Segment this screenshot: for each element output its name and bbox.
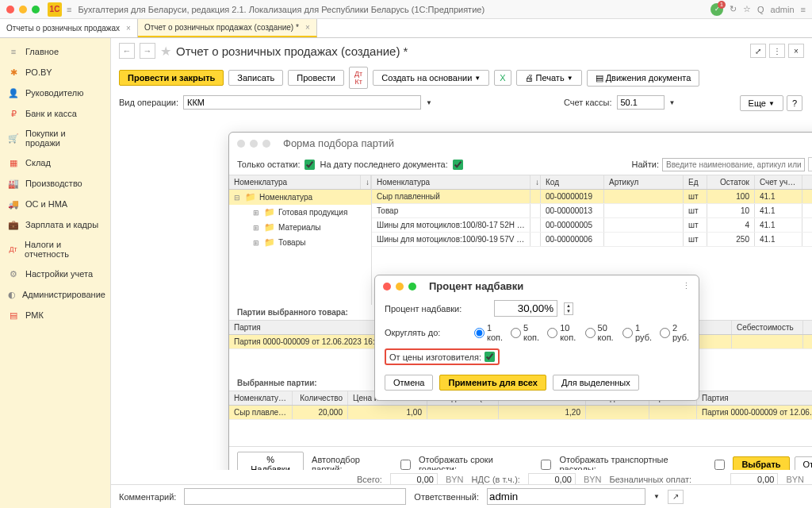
vid-operacii-input[interactable] (183, 95, 421, 110)
cancel-button[interactable]: Отмена (385, 375, 433, 391)
eshe-button[interactable]: Еще▼ (740, 95, 783, 111)
search-input[interactable] (662, 158, 805, 171)
grid-row[interactable]: Сыр плавленный00-00000019шт10041.1 (372, 190, 812, 204)
collapse-icon[interactable]: ⊟ (234, 194, 242, 202)
round-option[interactable]: 1 коп. (474, 323, 503, 342)
sidebar-item-rmk[interactable]: ▤РМК (0, 305, 110, 325)
notifications-icon[interactable]: ✓ (710, 3, 723, 16)
apply-all-button[interactable]: Применить для всех (439, 375, 546, 391)
sidebar-item-os[interactable]: 🚚ОС и НМА (0, 194, 110, 214)
tree-item[interactable]: ⊞📁Товары (229, 235, 371, 250)
round-radio[interactable] (585, 328, 596, 338)
tree-root[interactable]: ⊟📁Номенклатура (229, 190, 371, 205)
apply-selected-button[interactable]: Для выделенных (553, 375, 639, 391)
modal-min-icon[interactable] (396, 283, 404, 291)
sidebar-item-poby[interactable]: ✱PO.BY (0, 62, 110, 83)
sidebar-item-settings[interactable]: ⚙Настройки учета (0, 264, 110, 284)
percent-stepper[interactable]: ▲▼ (564, 302, 573, 315)
close-tab-icon[interactable]: × (305, 23, 310, 32)
kommentarii-input[interactable] (184, 488, 406, 505)
only-ostatki-checkbox[interactable] (304, 160, 315, 170)
nav-back-button[interactable]: ← (119, 43, 135, 59)
col-header-ost[interactable]: Остаток (707, 175, 755, 189)
sort-icon[interactable]: ↓ (530, 175, 541, 189)
chevron-down-icon[interactable]: ▼ (669, 99, 676, 106)
provesti-button[interactable]: Провести (288, 70, 344, 86)
round-option[interactable]: 2 руб. (660, 323, 689, 342)
col-header-price[interactable]: Цена (803, 321, 812, 334)
sidebar-item-sales[interactable]: 🛒Покупки и продажи (0, 124, 110, 152)
round-option[interactable]: 10 коп. (547, 323, 576, 342)
excel-button[interactable]: X (494, 70, 511, 86)
chevron-down-icon[interactable]: ▼ (653, 493, 660, 500)
link-icon[interactable]: ⤢ (750, 44, 766, 58)
col-header-art[interactable]: Артикул (604, 175, 684, 189)
user-label[interactable]: admin (771, 5, 795, 14)
grid-row[interactable]: Товар00-00000013шт1041.1 (372, 204, 812, 218)
sidebar-item-salary[interactable]: 💼Зарплата и кадры (0, 214, 110, 235)
col-header[interactable]: Количество (293, 391, 348, 405)
grid-row[interactable]: Шины для мотоциклов:100/80-17 52H ROADRI… (372, 218, 812, 233)
round-radio[interactable] (547, 328, 557, 338)
modal-close-icon[interactable] (237, 140, 245, 148)
modal-min-icon[interactable] (250, 140, 258, 148)
hamburger-icon[interactable]: ≡ (67, 5, 71, 14)
round-radio[interactable] (660, 328, 670, 338)
minimize-window-icon[interactable] (19, 6, 27, 13)
col-header-sch[interactable]: Счет учета (755, 175, 802, 189)
col-header-seb[interactable]: Себестоимость (732, 321, 803, 334)
round-option[interactable]: 50 коп. (585, 323, 615, 342)
nav-forward-button[interactable]: → (140, 43, 155, 59)
tab-report-create[interactable]: Отчет о розничных продажах (создание) * … (138, 19, 317, 37)
percent-input[interactable] (494, 300, 557, 317)
pechat-button[interactable]: 🖨Печать▼ (516, 70, 582, 86)
help-button[interactable]: ? (787, 95, 802, 111)
sroki-checkbox[interactable] (541, 460, 551, 470)
autopodbor-checkbox[interactable] (400, 460, 411, 470)
col-header-nom[interactable]: Номенклатура (372, 175, 530, 189)
round-option[interactable]: 5 коп. (511, 323, 539, 342)
otvetstvennyi-input[interactable] (487, 488, 645, 505)
modal-max-icon[interactable] (408, 283, 416, 291)
sidebar-item-taxes[interactable]: ДтНалоги и отчетность (0, 235, 110, 264)
round-radio[interactable] (474, 328, 485, 338)
search-icon[interactable]: Q (757, 5, 764, 14)
sidebar-item-admin[interactable]: ◐Администрирование (0, 284, 110, 305)
sidebar-item-production[interactable]: 🏭Производство (0, 173, 110, 194)
provesti-zakryt-button[interactable]: Провести и закрыть (119, 70, 224, 86)
more-icon[interactable]: ⋮ (769, 44, 785, 58)
sidebar-item-manager[interactable]: 👤Руководителю (0, 83, 110, 103)
round-option[interactable]: 1 руб. (622, 323, 652, 342)
favorite-star-icon[interactable]: ★ (160, 44, 171, 59)
dt-kt-button[interactable]: ДтКт (349, 67, 368, 89)
col-header[interactable]: Номенклатура (229, 391, 293, 405)
step-down-icon[interactable]: ▼ (565, 309, 573, 314)
expand-icon[interactable]: ⊞ (253, 209, 261, 217)
sidebar-item-main[interactable]: ≡Главное (0, 41, 110, 62)
history-icon[interactable]: ↻ (730, 4, 737, 14)
expand-icon[interactable]: ⊞ (253, 224, 261, 232)
sidebar-item-bank[interactable]: ₽Банк и касса (0, 103, 110, 124)
col-header-ed[interactable]: Ед (684, 175, 707, 189)
tree-item[interactable]: ⊞📁Готовая продукция (229, 205, 371, 220)
open-ref-icon[interactable]: ↗ (668, 490, 684, 504)
close-doc-icon[interactable]: × (788, 44, 804, 58)
clear-search-icon[interactable]: × (808, 157, 812, 171)
na-datu-checkbox[interactable] (453, 160, 463, 170)
selected-row[interactable]: Сыр плавленн... 20,000 1,00 1,20 Партия … (229, 406, 812, 420)
transport-checkbox[interactable] (714, 460, 725, 470)
sozdat-button[interactable]: Создать на основании▼ (373, 70, 489, 86)
tree-item[interactable]: ⊞📁Материалы (229, 220, 371, 235)
round-radio[interactable] (511, 328, 521, 338)
col-header[interactable]: Партия (697, 391, 812, 405)
maximize-window-icon[interactable] (32, 6, 40, 13)
dvizh-button[interactable]: ▤ Движения документа (587, 70, 700, 87)
sidebar-item-warehouse[interactable]: ▦Склад (0, 152, 110, 173)
window-controls[interactable] (6, 6, 40, 13)
chevron-down-icon[interactable]: ▼ (426, 99, 432, 106)
sort-icon[interactable]: ↓ (361, 175, 371, 189)
modal-close-icon[interactable] (383, 283, 391, 291)
grid-row[interactable]: Шины для мотоциклов:100/90-19 57V COBRA … (372, 233, 812, 247)
col-header-kod[interactable]: Код (541, 175, 604, 189)
menu-icon[interactable]: ≡ (801, 5, 806, 14)
